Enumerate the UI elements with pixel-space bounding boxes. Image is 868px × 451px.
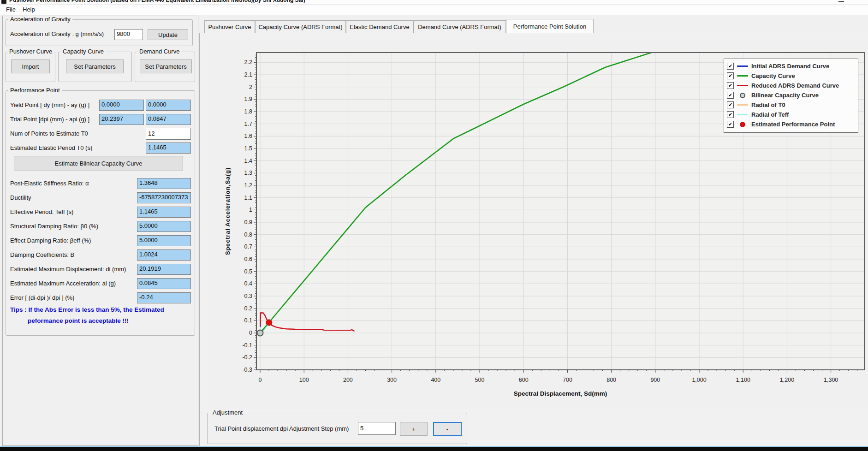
param-field-ductility[interactable]: -67587230007373	[137, 192, 191, 203]
param-field-effect-damping-ratio-eff[interactable]: 5.0000	[137, 235, 191, 246]
param-label-estimated-maximum-displacement-di-mm: Estimated Maximum Displacement: di (mm)	[10, 266, 126, 273]
tab-pushover-curve[interactable]: Pushover Curve	[204, 20, 255, 33]
svg-text:800: 800	[606, 377, 616, 383]
legend-item-radial-of-teff: ✔Radial of Teff	[727, 110, 858, 119]
trial-api-field[interactable]: 0.0847	[146, 114, 191, 125]
legend-label: Reduced ADRS Demand Curve	[751, 82, 839, 89]
svg-text:0.8: 0.8	[244, 231, 252, 238]
tab-elastic-demand-curve[interactable]: Elastic Demand Curve	[346, 20, 413, 33]
num-points-input[interactable]: 12	[146, 128, 191, 140]
svg-text:1.2: 1.2	[244, 182, 252, 189]
svg-text:2.1: 2.1	[244, 71, 252, 78]
param-field-structural-damping-ratio-0[interactable]: 5.0000	[137, 221, 191, 232]
line-swatch-icon	[737, 104, 748, 106]
param-field-damping-coefficients-b[interactable]: 1.0024	[137, 249, 191, 261]
y-axis-title: Spectral Acceleration,Sa(g)	[224, 167, 231, 255]
svg-text:1,300: 1,300	[824, 377, 838, 383]
pushover-groupbox-title: Pushover Curve	[7, 48, 54, 55]
legend-checkbox-capacity-curve[interactable]: ✔	[727, 72, 734, 79]
legend-item-reduced-adrs-demand-curve: ✔Reduced ADRS Demand Curve	[727, 81, 858, 90]
param-field-error-di-dpi-dpi[interactable]: -0.24	[137, 292, 191, 303]
svg-text:500: 500	[475, 377, 485, 383]
param-label-effective-period-teff-s: Effective Period: Teff (s)	[10, 208, 73, 216]
tab-demand-curve-adrs-format[interactable]: Demand Curve (ADRS Format)	[413, 20, 506, 33]
tab-capacity-curve-adrs-format[interactable]: Capacity Curve (ADRS Format)	[255, 20, 346, 33]
svg-text:0.2: 0.2	[244, 305, 252, 312]
demand-set-parameters-button[interactable]: Set Parameters	[140, 59, 192, 73]
marker-bilinear-capacity-curve	[257, 330, 263, 336]
legend-label: Capacity Curve	[751, 72, 795, 79]
legend-item-initial-adrs-demand-curve: ✔Initial ADRS Demand Curve	[727, 61, 858, 71]
legend-checkbox-radial-of-t0[interactable]: ✔	[727, 101, 734, 108]
taskbar-sliver	[0, 447, 868, 451]
capacity-set-parameters-button[interactable]: Set Parameters	[66, 59, 124, 73]
gravity-groupbox-title: Acceleration of Gravity	[8, 16, 72, 23]
param-field-effective-period-teff-s[interactable]: 1.1465	[137, 207, 191, 218]
svg-text:1.6: 1.6	[244, 133, 252, 139]
elastic-period-label: Estimated Elastic Period T0 (s)	[10, 144, 92, 152]
svg-text:100: 100	[299, 377, 309, 383]
legend-item-bilinear-capacity-curve: ✔Bilinear Capacity Curve	[727, 90, 858, 100]
legend-checkbox-reduced-adrs-demand-curve[interactable]: ✔	[727, 82, 734, 89]
svg-text:-0.3: -0.3	[242, 367, 252, 373]
legend-item-capacity-curve: ✔Capacity Curve	[727, 71, 858, 81]
svg-text:0: 0	[259, 377, 262, 383]
svg-text:0.1: 0.1	[244, 317, 252, 324]
svg-text:1.5: 1.5	[244, 145, 252, 152]
param-label-post-elastic-stiffness-ratio: Post-Elastic Stiffness Ratio: α	[10, 180, 89, 187]
performance-point-title: Performance Point	[8, 87, 62, 94]
adjustment-step-input[interactable]: 5	[358, 422, 396, 435]
param-label-estimated-maximum-acceleration-ai-g: Estimated Maximum Acceleration: ai (g)	[10, 280, 116, 287]
legend-checkbox-initial-adrs-demand-curve[interactable]: ✔	[727, 63, 734, 70]
gravity-label: Acceleration of Gravity : g (mm/s/s)	[10, 30, 104, 38]
svg-text:-0.2: -0.2	[242, 354, 252, 361]
param-field-estimated-maximum-displacement-di-mm[interactable]: 20.1919	[137, 264, 191, 275]
yield-ay-field[interactable]: 0.0000	[146, 100, 191, 111]
line-swatch-icon	[737, 65, 748, 67]
svg-text:1: 1	[249, 207, 252, 213]
trial-point-label: Trial Point [dpi (mm) - api (g) ]	[10, 116, 89, 123]
param-field-post-elastic-stiffness-ratio[interactable]: 1.3648	[137, 178, 191, 189]
step-plus-button[interactable]: +	[400, 422, 428, 436]
svg-text:0.4: 0.4	[244, 280, 252, 287]
marker-estimated-performance-point	[266, 320, 272, 326]
app-icon	[1, 0, 6, 4]
svg-text:1.7: 1.7	[244, 121, 252, 127]
chart-legend: ✔Initial ADRS Demand Curve✔Capacity Curv…	[724, 59, 858, 133]
legend-checkbox-radial-of-teff[interactable]: ✔	[727, 111, 734, 118]
svg-text:0.5: 0.5	[244, 268, 252, 275]
tips-line2: peformance point is acceptable !!!	[28, 317, 129, 324]
elastic-period-field[interactable]: 1.1465	[146, 142, 191, 154]
title-bar: Pushover Performance Point Solution (bas…	[0, 0, 868, 5]
trial-dpi-field[interactable]: 20.2397	[99, 114, 144, 125]
tips-line1: Tips : If the Abs Error is less than 5%,…	[10, 306, 164, 313]
svg-text:1.1: 1.1	[244, 195, 252, 201]
import-button[interactable]: Import	[11, 59, 50, 73]
minimize-icon[interactable]: —	[838, 0, 844, 5]
gravity-input[interactable]: 9800	[114, 29, 143, 40]
num-points-label: Num of Points to Estimate T0	[10, 130, 88, 137]
svg-text:1.3: 1.3	[244, 170, 252, 176]
param-field-estimated-maximum-acceleration-ai-g[interactable]: 0.0845	[137, 278, 191, 289]
svg-text:1,100: 1,100	[736, 377, 750, 383]
yield-dy-field[interactable]: 0.0000	[99, 100, 144, 111]
svg-text:-0.1: -0.1	[242, 342, 252, 349]
param-label-ductility: Ductility	[10, 194, 31, 202]
svg-text:0.6: 0.6	[244, 256, 252, 262]
svg-text:700: 700	[563, 377, 572, 383]
filled-circle-icon	[740, 122, 745, 127]
tab-performance-point-solution[interactable]: Performance Point Solution	[506, 19, 594, 33]
menu-help[interactable]: Help	[19, 6, 38, 14]
svg-text:1.8: 1.8	[244, 108, 252, 115]
legend-label: Radial of Teff	[751, 111, 789, 118]
update-button[interactable]: Update	[148, 29, 188, 40]
legend-checkbox-estimated-performance-point[interactable]: ✔	[727, 121, 734, 128]
window-title: Pushover Performance Point Solution (bas…	[9, 0, 305, 3]
capacity-groupbox-title: Capacity Curve	[61, 48, 106, 55]
open-circle-icon	[740, 93, 745, 98]
legend-checkbox-bilinear-capacity-curve[interactable]: ✔	[727, 92, 734, 99]
step-minus-button[interactable]: -	[433, 422, 462, 436]
menu-file[interactable]: File	[3, 6, 19, 14]
legend-label: Initial ADRS Demand Curve	[751, 63, 829, 70]
estimate-bilinear-button[interactable]: Estimate Bilniear Capacity Curve	[14, 156, 183, 171]
